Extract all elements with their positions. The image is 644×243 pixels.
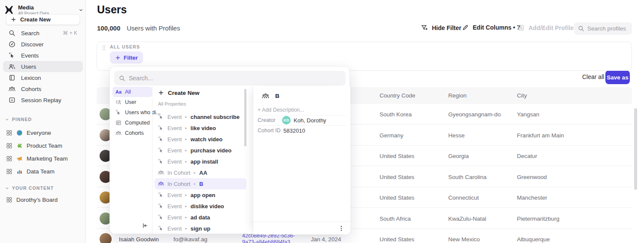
sidebar-item-label: Discover — [21, 41, 44, 48]
property-value: dislike video — [191, 203, 224, 210]
your-content-label: YOUR CONTENT — [12, 185, 54, 191]
megaphone-emoji-icon — [16, 155, 23, 162]
cohort-detail-panel: B + Add Description... Creator KD Koh, D… — [253, 86, 350, 234]
property-prefix: Event — [167, 147, 182, 154]
sidebar-item-users[interactable]: Users — [3, 61, 83, 72]
arrow-separator: ▸ — [185, 226, 187, 231]
pinned-item-marketing-team[interactable]: Marketing Team — [0, 152, 86, 165]
pencil-icon — [462, 24, 469, 31]
events-icon — [158, 214, 164, 220]
dropdown-search-input[interactable] — [129, 75, 341, 82]
add-edit-profile-label: Add/Edit Profile — [529, 24, 574, 31]
property-item-event-purchase-video[interactable]: Event ▸ purchase video — [155, 145, 246, 156]
arrow-separator: ▸ — [185, 193, 187, 197]
board-grid-icon — [6, 197, 12, 203]
bar-chart-emoji-icon — [16, 168, 23, 175]
arrow-separator: ▸ — [194, 170, 196, 175]
sidebar-item-discover[interactable]: Discover — [3, 39, 83, 50]
edit-columns-button[interactable]: Edit Columns • 7 — [462, 24, 520, 31]
events-icon — [9, 52, 15, 59]
plus-icon — [115, 55, 121, 61]
dropdown-create-new-button[interactable]: Create New — [155, 87, 246, 98]
property-item-event-app-open[interactable]: Event ▸ app open — [155, 189, 246, 200]
search-icon — [9, 30, 15, 36]
property-prefix: In Cohort — [167, 181, 190, 187]
sidebar-item-session-replay[interactable]: Session Replay — [3, 94, 83, 106]
cell-country-code: United States — [380, 229, 414, 243]
profiles-search-input[interactable] — [587, 25, 628, 32]
sidebar-item-lexicon[interactable]: Lexicon — [3, 72, 83, 83]
add-description-button[interactable]: + Add Description... — [258, 107, 304, 113]
pinned-section-header[interactable]: PINNED — [5, 117, 32, 122]
property-prefix: Event — [167, 136, 182, 143]
column-header-country-code[interactable]: Country Code — [380, 87, 415, 104]
property-item-event-app-install[interactable]: Event ▸ app install — [155, 156, 246, 167]
pinned-item-data-team[interactable]: Data Team — [0, 165, 86, 178]
arrow-separator: ▸ — [185, 148, 187, 152]
arrow-separator: ▸ — [185, 137, 187, 141]
create-new-label: Create New — [20, 16, 51, 23]
property-item-event-dislike-video[interactable]: Event ▸ dislike video — [155, 200, 246, 212]
column-header-region[interactable]: Region — [448, 87, 467, 104]
sidebar-item-label: Search — [21, 30, 39, 36]
pinned-label: PINNED — [12, 117, 32, 122]
pinned-item-everyone[interactable]: Everyone — [0, 126, 86, 139]
property-item-event-like-video[interactable]: Event ▸ like video — [155, 122, 246, 134]
chevron-down-icon — [5, 186, 9, 190]
category-all[interactable]: Aa All — [112, 87, 152, 97]
clear-all-button[interactable]: Clear all — [582, 73, 604, 80]
your-content-section-header[interactable]: YOUR CONTENT — [5, 185, 54, 191]
creator-avatar: KD — [282, 116, 291, 125]
category-users-who-did[interactable]: Users who di... — [112, 107, 152, 118]
category-label: Computed — [125, 120, 150, 126]
events-icon — [158, 147, 164, 153]
hide-filter-button[interactable]: Hide Filter — [421, 24, 461, 31]
category-label: All — [125, 89, 131, 95]
add-edit-profile-button[interactable]: Add/Edit Profile — [517, 24, 574, 31]
sidebar-item-cohorts[interactable]: Cohorts — [3, 83, 83, 94]
pinned-item-product-team[interactable]: Product Team — [0, 139, 86, 152]
category-cohorts[interactable]: Cohorts — [112, 128, 152, 138]
property-item-event-channel-subscribe[interactable]: Event ▸ channel subscribe — [155, 111, 246, 122]
cell-country-code: Germany — [380, 125, 404, 146]
add-filter-button[interactable]: Filter — [110, 52, 143, 64]
property-item-event-watch-video[interactable]: Event ▸ watch video — [155, 134, 246, 145]
property-item-in-cohort-b[interactable]: In Cohort ▸ B — [155, 178, 246, 189]
property-item-in-cohort-aa[interactable]: In Cohort ▸ AA — [155, 167, 246, 178]
cohort-name: B — [275, 93, 279, 99]
property-prefix: Event — [167, 192, 182, 198]
cell-country-code: United States — [380, 167, 414, 187]
sidebar-item-events[interactable]: Events — [3, 50, 83, 61]
app-window: Media All Project Data Create New Search… — [0, 0, 644, 243]
column-header-city[interactable]: City — [517, 87, 527, 104]
workspace-name: Media — [18, 4, 49, 11]
property-prefix: Event — [167, 158, 182, 165]
property-item-event-sign-up[interactable]: Event ▸ sign up — [155, 223, 246, 234]
your-content-item-dorothys-board[interactable]: Dorothy's Board — [0, 194, 86, 205]
chevron-down-icon — [79, 8, 83, 12]
category-user[interactable]: User — [112, 97, 152, 107]
property-item-event-ad-data[interactable]: Event ▸ ad data — [155, 212, 246, 223]
cell-country-code: South Korea — [380, 104, 412, 125]
board-grid-icon — [6, 143, 12, 149]
cohort-id-row: Cohort ID 5832010 — [258, 125, 346, 136]
sidebar-item-search[interactable]: Search ⌘ + K — [3, 27, 83, 39]
your-content-item-label: Dorothy's Board — [16, 197, 58, 203]
compass-icon — [9, 41, 15, 48]
cell-city: Manchester — [517, 187, 547, 208]
dropdown-divider — [152, 85, 152, 234]
dropdown-scrollbar-thumb[interactable] — [244, 89, 246, 146]
count-row: 100,000 Users with Profiles — [97, 24, 180, 32]
drag-handle-icon[interactable] — [102, 45, 106, 51]
kebab-menu-icon[interactable] — [338, 225, 345, 232]
cohorts-icon — [115, 130, 122, 136]
pinned-item-label: Data Team — [27, 168, 55, 175]
create-new-button[interactable]: Create New — [6, 14, 80, 25]
arrow-separator: ▸ — [185, 215, 187, 219]
cell-city: Greenwood — [517, 167, 547, 187]
category-computed[interactable]: Computed — [112, 118, 152, 128]
save-as-button[interactable]: Save as — [605, 70, 630, 84]
table-scrollbar-thumb[interactable] — [634, 108, 637, 190]
cell-country-code: South Africa — [380, 208, 411, 229]
collapse-panel-icon[interactable] — [142, 222, 149, 229]
